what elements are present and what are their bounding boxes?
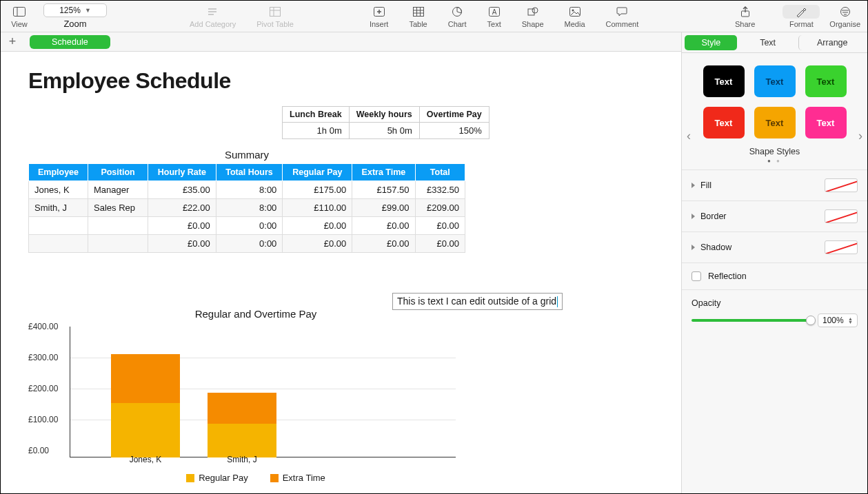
- add-category-button[interactable]: Add Category: [190, 5, 236, 28]
- comment-button[interactable]: Comment: [606, 5, 639, 28]
- settings-cell[interactable]: 150%: [419, 123, 489, 139]
- table-cell[interactable]: Manager: [88, 181, 148, 199]
- add-sheet-button[interactable]: +: [5, 34, 20, 50]
- style-prev-button[interactable]: ‹: [683, 129, 694, 143]
- table-cell[interactable]: [88, 235, 148, 253]
- text-button[interactable]: A Text: [487, 5, 501, 28]
- table-row[interactable]: £0.000:00£0.00£0.00£0.00: [29, 235, 465, 253]
- table-cell[interactable]: [29, 235, 88, 253]
- table-button[interactable]: Table: [409, 5, 427, 28]
- svg-rect-0: [14, 7, 26, 16]
- table-cell[interactable]: Smith, J: [29, 199, 88, 217]
- pivot-table-button[interactable]: Pivot Table: [256, 5, 294, 28]
- table-cell[interactable]: £0.00: [148, 235, 216, 253]
- table-cell[interactable]: Sales Rep: [88, 199, 148, 217]
- chart-y-tick: £300.00: [28, 353, 58, 362]
- summary-title[interactable]: Summary: [28, 149, 465, 161]
- border-swatch-none[interactable]: [825, 209, 858, 223]
- table-cell[interactable]: £0.00: [148, 217, 216, 235]
- chart-legend-item: Regular Pay: [186, 473, 248, 483]
- tab-arrange[interactable]: Arrange: [798, 35, 864, 50]
- table-cell[interactable]: £99.00: [352, 199, 415, 217]
- chart-x-tick: Smith, J: [227, 455, 256, 464]
- shape-style-swatch[interactable]: Text: [805, 65, 847, 97]
- table-cell[interactable]: £175.00: [283, 181, 352, 199]
- floating-text-box[interactable]: This is text I can edit outside of a gri…: [392, 293, 563, 310]
- opacity-stepper[interactable]: ▲▼: [848, 317, 853, 324]
- table-cell[interactable]: £0.00: [415, 235, 465, 253]
- table-cell[interactable]: [88, 217, 148, 235]
- table-cell[interactable]: 8:00: [216, 181, 283, 199]
- table-cell[interactable]: 8:00: [216, 199, 283, 217]
- fill-swatch-none[interactable]: [825, 178, 858, 192]
- comment-icon: [616, 5, 627, 19]
- view-button[interactable]: View: [8, 1, 31, 32]
- summary-header: Total: [415, 164, 465, 181]
- table-cell[interactable]: £0.00: [283, 217, 352, 235]
- settings-table[interactable]: Lunch Break Weekly hours Overtime Pay 1h…: [282, 106, 489, 139]
- opacity-field[interactable]: 100% ▲▼: [818, 313, 858, 327]
- organise-button[interactable]: Organise: [829, 1, 860, 32]
- settings-cell[interactable]: 5h 0m: [349, 123, 419, 139]
- summary-header: Total Hours: [216, 164, 283, 181]
- border-row[interactable]: Border: [682, 200, 867, 231]
- page-title[interactable]: Employee Schedule: [28, 68, 683, 94]
- shape-style-swatch[interactable]: Text: [703, 107, 745, 138]
- table-cell[interactable]: £0.00: [352, 235, 415, 253]
- chart-button[interactable]: Chart: [448, 5, 467, 28]
- shape-styles-label: Shape Styles: [682, 147, 867, 156]
- table-cell[interactable]: £35.00: [148, 181, 216, 199]
- document-canvas[interactable]: Employee Schedule Lunch Break Weekly hou…: [1, 52, 683, 493]
- media-button[interactable]: Media: [565, 5, 585, 28]
- table-icon: [413, 5, 424, 19]
- table-cell[interactable]: £157.50: [352, 181, 415, 199]
- settings-cell[interactable]: 1h 0m: [283, 123, 350, 139]
- shape-style-swatch[interactable]: Text: [754, 65, 796, 97]
- fill-row[interactable]: Fill: [682, 169, 867, 200]
- table-cell[interactable]: £22.00: [148, 199, 216, 217]
- shadow-row[interactable]: Shadow: [682, 231, 867, 263]
- table-cell[interactable]: £110.00: [283, 199, 352, 217]
- table-cell[interactable]: £0.00: [283, 235, 352, 253]
- shape-style-swatch[interactable]: Text: [754, 107, 796, 138]
- shape-icon: [527, 5, 538, 19]
- chart-regular-overtime-pay[interactable]: Regular and Overtime Pay £0.00£100.00£20…: [28, 308, 483, 484]
- style-next-button[interactable]: ›: [855, 129, 866, 143]
- tab-text[interactable]: Text: [743, 35, 792, 50]
- text-label: Text: [487, 20, 501, 28]
- shape-style-swatch[interactable]: Text: [805, 107, 847, 138]
- summary-header: Hourly Rate: [148, 164, 216, 181]
- opacity-slider[interactable]: [692, 319, 811, 322]
- table-row[interactable]: £0.000:00£0.00£0.00£0.00: [29, 217, 465, 235]
- format-button[interactable]: Format: [783, 1, 820, 32]
- reflection-checkbox[interactable]: [692, 271, 701, 281]
- chart-y-tick: £100.00: [28, 415, 58, 424]
- sidebar-icon: [13, 5, 26, 19]
- share-button[interactable]: Share: [735, 1, 755, 32]
- shape-button[interactable]: Shape: [522, 5, 544, 28]
- table-cell[interactable]: 0:00: [216, 217, 283, 235]
- table-cell[interactable]: Jones, K: [29, 181, 88, 199]
- tab-style[interactable]: Style: [685, 35, 737, 50]
- table-cell[interactable]: £332.50: [415, 181, 465, 199]
- settings-header-overtime: Overtime Pay: [419, 107, 489, 123]
- insert-button[interactable]: Insert: [370, 5, 389, 28]
- shape-style-swatch[interactable]: Text: [703, 65, 745, 97]
- table-cell[interactable]: 0:00: [216, 235, 283, 253]
- shadow-swatch-none[interactable]: [825, 240, 858, 254]
- shape-label: Shape: [522, 20, 544, 28]
- sheet-tab-schedule[interactable]: Schedule: [30, 35, 110, 49]
- table-cell[interactable]: £209.00: [415, 199, 465, 217]
- table-row[interactable]: Jones, KManager£35.008:00£175.00£157.50£…: [29, 181, 465, 199]
- organise-label: Organise: [829, 20, 860, 28]
- settings-header-weekly: Weekly hours: [349, 107, 419, 123]
- reflection-row[interactable]: Reflection: [682, 263, 867, 289]
- table-cell[interactable]: [29, 217, 88, 235]
- table-row[interactable]: Smith, JSales Rep£22.008:00£110.00£99.00…: [29, 199, 465, 217]
- table-cell[interactable]: £0.00: [352, 217, 415, 235]
- table-cell[interactable]: £0.00: [415, 217, 465, 235]
- format-inspector: Style Text Arrange ‹ › TextTextTextTextT…: [681, 32, 867, 493]
- zoom-control[interactable]: 125% ▼ Zoom: [43, 3, 107, 29]
- summary-table[interactable]: EmployeePositionHourly RateTotal HoursRe…: [28, 163, 465, 253]
- svg-rect-19: [528, 9, 534, 15]
